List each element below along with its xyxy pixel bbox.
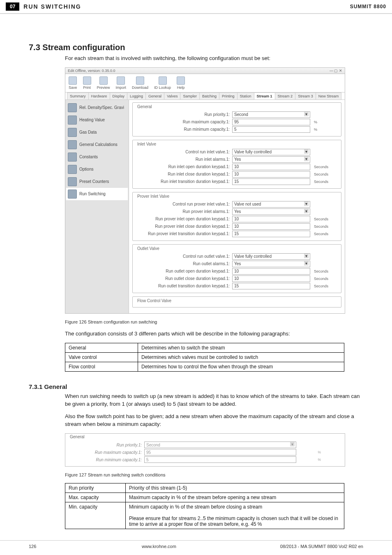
toolbar-save[interactable]: Save [69, 76, 77, 90]
sidebar-item-gas-data[interactable]: Gas Data [66, 126, 128, 139]
window-titlebar: Edit Offline, version: 0.35.0.0 — ▢ ✕ [65, 68, 345, 74]
form-row: Run minimum capacity.1:5% [68, 456, 342, 463]
form-select[interactable]: Yes [232, 156, 310, 163]
form-label: Control run outlet valve.1: [135, 254, 232, 259]
form-input[interactable]: 15 [232, 283, 310, 289]
form-group-flow-control-valve: Flow Control Valve [132, 296, 341, 308]
form-input[interactable]: 5 [232, 126, 310, 133]
form-select[interactable]: Second [232, 111, 310, 118]
form-input[interactable]: 15 [232, 178, 310, 185]
table-cell-name: General [65, 343, 138, 352]
form-row: Run prover inlet open duration keypad.1:… [135, 216, 339, 222]
sidebar-item-label: Constants [79, 155, 98, 159]
sidebar-item-heating-value[interactable]: Heating Value [66, 114, 128, 126]
form-group-outlet-valve: Outlet ValveControl run outlet valve.1:V… [132, 244, 341, 293]
tab-printing[interactable]: Printing [219, 92, 238, 99]
after-figure-text: The configuration consists of 3 differen… [65, 330, 363, 338]
tab-stream-2[interactable]: Stream 2 [275, 92, 296, 99]
form-label: Run outlet open duration keypad.1: [135, 269, 232, 273]
toolbar-id-lookup[interactable]: ID Lookup [154, 76, 171, 90]
sidebar-item-label: Gas Data [79, 130, 97, 134]
table-row: Valve controlDetermines which valves mus… [65, 352, 344, 362]
tab-new-stream[interactable]: New Stream [316, 92, 342, 99]
general-snippet-legend: General [69, 435, 86, 439]
toolbar-print[interactable]: Print [83, 76, 91, 90]
sidebar-item-options[interactable]: Options [66, 163, 128, 176]
tab-general[interactable]: General [145, 92, 164, 99]
sidebar-icon [68, 140, 77, 149]
tab-display[interactable]: Display [110, 92, 128, 99]
form-select[interactable]: Valve not used [232, 201, 310, 208]
tab-hardware[interactable]: Hardware [88, 92, 110, 99]
form-input[interactable]: 10 [232, 216, 310, 222]
tab-stream-3[interactable]: Stream 3 [295, 92, 316, 99]
form-row: Run prover inlet alarms.1:Yes [135, 208, 339, 215]
toolbar-icon [83, 76, 91, 85]
form-select[interactable]: Valve fully controlled [232, 149, 310, 155]
section-7-3-1-p1: When run swiching needs to switch up (a … [65, 393, 363, 408]
form-input[interactable]: 10 [232, 275, 310, 282]
form-select[interactable]: Valve fully controlled [232, 253, 310, 260]
form-unit: Seconds [314, 232, 339, 236]
form-row: Run minimum capacity.1:5% [135, 126, 339, 133]
table-cell-desc: Minimum capacity in % of the stream befo… [126, 502, 344, 529]
form-select[interactable]: Second [144, 442, 296, 448]
section-7-3-intro: For each stream that is involved with sw… [65, 55, 363, 62]
tab-logging[interactable]: Logging [127, 92, 146, 99]
tab-batching[interactable]: Batching [199, 92, 219, 99]
form-label: Run inlet transition duration keypad.1: [135, 179, 232, 184]
sidebar-item-preset-counters[interactable]: Preset Counters [66, 176, 128, 188]
section-7-3-1-p2: Also the flow switch point has to be giv… [65, 413, 363, 428]
form-input[interactable]: 10 [232, 268, 310, 275]
form-label: Run priority.1: [68, 443, 144, 447]
form-row: Run priority.1:Second [135, 111, 339, 118]
toolbar-import[interactable]: Import [116, 76, 127, 90]
table-row: GeneralDetermines when to switch the str… [65, 343, 344, 352]
form-unit: Seconds [314, 224, 339, 229]
form-label: Control run inlet valve.1: [135, 150, 232, 154]
form-label: Run minimum capacity.1: [68, 458, 144, 462]
form-label: Run maximum capacity.1: [68, 450, 144, 455]
footer-docid: 08/2013 - MA SUMMIT 8800 Vol2 R02 en [256, 544, 363, 549]
table-row: Flow controlDetermines how to control th… [65, 362, 344, 371]
sidebar-item-general-calculations[interactable]: General Calculations [66, 139, 128, 151]
form-label: Run inlet open duration keypad.1: [135, 164, 232, 169]
form-unit: % [318, 450, 342, 454]
form-legend: Prover Inlet Valve [136, 194, 171, 199]
toolbar-download[interactable]: Download [132, 76, 148, 90]
tab-valves[interactable]: Valves [164, 92, 180, 99]
toolbar-help[interactable]: Help [177, 76, 185, 90]
toolbar-label: Help [177, 86, 185, 90]
form-select[interactable]: Yes [232, 208, 310, 215]
sidebar-icon [68, 165, 77, 174]
form-input[interactable]: 15 [232, 231, 310, 237]
form-label: Control run prover inlet valve.1: [135, 202, 232, 206]
sidebar-item-constants[interactable]: Constants [66, 151, 128, 163]
form-input[interactable]: 10 [232, 171, 310, 178]
parts-table: GeneralDetermines when to switch the str… [65, 343, 344, 372]
form-input[interactable]: 10 [232, 164, 310, 170]
form-input[interactable]: 5 [144, 456, 296, 463]
toolbar-preview[interactable]: Preview [97, 76, 110, 90]
sidebar-item-rel-density-spec-gravi[interactable]: Rel. Density/Spec. Gravi [66, 102, 128, 114]
form-input[interactable]: 10 [232, 223, 310, 230]
tab-summary[interactable]: Summary [67, 92, 89, 99]
tab-station[interactable]: Station [237, 92, 254, 99]
toolbar-icon [136, 76, 144, 85]
table-cell-desc: Priority of this stream (1-5) [126, 483, 344, 493]
sidebar-icon [68, 103, 77, 112]
tab-stream-1[interactable]: Stream 1 [254, 92, 275, 99]
form-select[interactable]: Yes [232, 261, 310, 267]
sidebar-item-run-switching[interactable]: Run Switching [66, 188, 128, 200]
heading-7-3: 7.3 Stream configuration [29, 43, 363, 52]
tab-sampler[interactable]: Sampler [180, 92, 200, 99]
form-legend: General [136, 104, 153, 109]
form-label: Run prover inlet alarms.1: [135, 209, 232, 214]
form-input[interactable]: 95 [232, 119, 310, 125]
form-input[interactable]: 95 [144, 449, 296, 456]
form-label: Run outlet transition duration keypad.1: [135, 284, 232, 288]
table-cell-name: Max. capacity [65, 493, 126, 502]
sidebar-icon [68, 128, 77, 137]
form-unit: % [314, 127, 339, 132]
form-unit: % [314, 120, 339, 124]
